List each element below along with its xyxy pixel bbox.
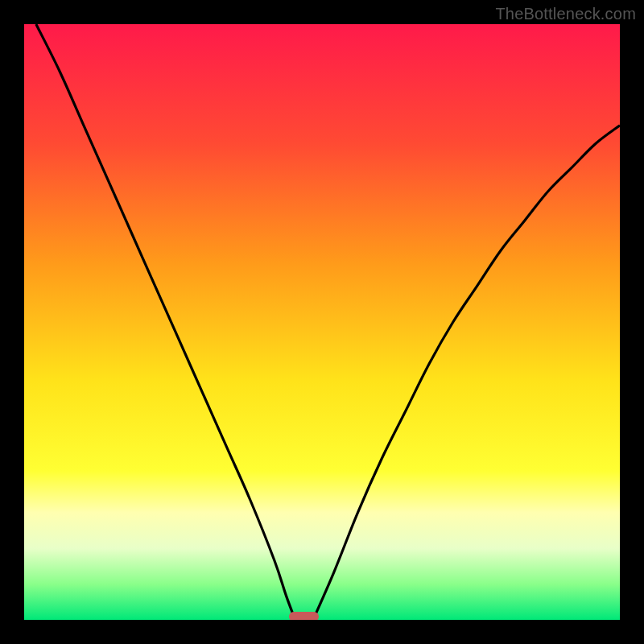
chart-frame: TheBottleneck.com xyxy=(0,0,644,644)
curve-right-branch xyxy=(313,126,620,620)
watermark-text: TheBottleneck.com xyxy=(495,5,636,23)
bottleneck-curve xyxy=(24,24,620,620)
curve-left-branch xyxy=(36,24,295,620)
plot-area xyxy=(24,24,620,620)
optimal-marker xyxy=(289,612,319,620)
